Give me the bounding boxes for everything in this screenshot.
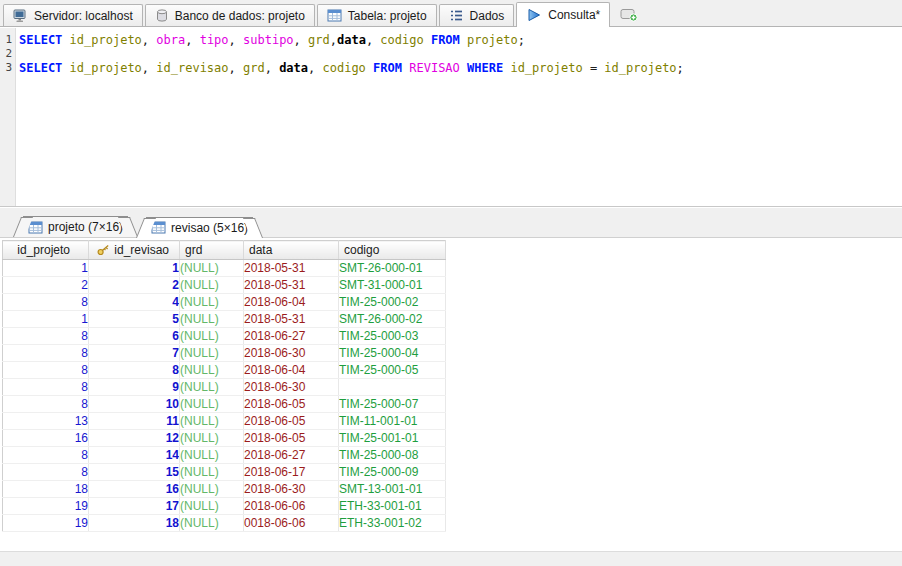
cell-grd[interactable]: (NULL) bbox=[180, 430, 244, 447]
code-line[interactable]: 3SELECT id_projeto, id_revisao, grd, dat… bbox=[0, 61, 902, 75]
column-header-id-revisao[interactable]: id_revisao bbox=[89, 241, 180, 260]
cell-data[interactable]: 2018-06-27 bbox=[244, 328, 339, 345]
column-header-grd[interactable]: grd bbox=[180, 241, 244, 260]
column-header-id-projeto[interactable]: id_projeto bbox=[3, 241, 89, 260]
cell-grd[interactable]: (NULL) bbox=[180, 277, 244, 294]
cell-id_projeto[interactable]: 18 bbox=[3, 481, 89, 498]
cell-id_projeto[interactable]: 8 bbox=[3, 345, 89, 362]
cell-codigo[interactable]: TIM-25-000-02 bbox=[339, 294, 446, 311]
cell-data[interactable]: 2018-06-27 bbox=[244, 447, 339, 464]
cell-grd[interactable]: (NULL) bbox=[180, 447, 244, 464]
cell-codigo[interactable] bbox=[339, 379, 446, 396]
cell-data[interactable]: 2018-06-30 bbox=[244, 481, 339, 498]
table-row[interactable]: 815(NULL)2018-06-17TIM-25-000-09 bbox=[3, 464, 446, 481]
tab-table[interactable]: Tabela: projeto bbox=[317, 4, 437, 26]
column-header-data[interactable]: data bbox=[244, 241, 339, 260]
tab-data[interactable]: Dados bbox=[439, 4, 515, 26]
cell-id_projeto[interactable]: 8 bbox=[3, 447, 89, 464]
cell-id_revisao[interactable]: 12 bbox=[89, 430, 180, 447]
cell-id_revisao[interactable]: 9 bbox=[89, 379, 180, 396]
cell-data[interactable]: 2018-06-30 bbox=[244, 345, 339, 362]
cell-id_revisao[interactable]: 6 bbox=[89, 328, 180, 345]
table-row[interactable]: 22(NULL)2018-05-31SMT-31-000-01 bbox=[3, 277, 446, 294]
cell-id_projeto[interactable]: 16 bbox=[3, 430, 89, 447]
result-tab-projeto[interactable]: projeto (7×16) bbox=[23, 216, 128, 237]
cell-id_projeto[interactable]: 8 bbox=[3, 396, 89, 413]
cell-grd[interactable]: (NULL) bbox=[180, 328, 244, 345]
cell-data[interactable]: 2018-06-05 bbox=[244, 413, 339, 430]
cell-id_revisao[interactable]: 15 bbox=[89, 464, 180, 481]
table-row[interactable]: 89(NULL)2018-06-30 bbox=[3, 379, 446, 396]
cell-grd[interactable]: (NULL) bbox=[180, 413, 244, 430]
cell-data[interactable]: 2018-06-04 bbox=[244, 362, 339, 379]
cell-data[interactable]: 2018-06-06 bbox=[244, 498, 339, 515]
cell-grd[interactable]: (NULL) bbox=[180, 515, 244, 532]
cell-data[interactable]: 0018-06-06 bbox=[244, 515, 339, 532]
table-row[interactable]: 1918(NULL)0018-06-06ETH-33-001-02 bbox=[3, 515, 446, 532]
cell-codigo[interactable]: SMT-26-000-02 bbox=[339, 311, 446, 328]
cell-id_projeto[interactable]: 2 bbox=[3, 277, 89, 294]
cell-grd[interactable]: (NULL) bbox=[180, 345, 244, 362]
cell-data[interactable]: 2018-05-31 bbox=[244, 277, 339, 294]
cell-id_projeto[interactable]: 19 bbox=[3, 498, 89, 515]
sql-editor[interactable]: 1SELECT id_projeto, obra, tipo, subtipo,… bbox=[0, 28, 902, 207]
cell-id_revisao[interactable]: 16 bbox=[89, 481, 180, 498]
cell-grd[interactable]: (NULL) bbox=[180, 464, 244, 481]
cell-id_revisao[interactable]: 18 bbox=[89, 515, 180, 532]
new-query-tab-button[interactable] bbox=[620, 7, 639, 22]
table-row[interactable]: 1612(NULL)2018-06-05TIM-25-001-01 bbox=[3, 430, 446, 447]
cell-id_revisao[interactable]: 4 bbox=[89, 294, 180, 311]
cell-id_revisao[interactable]: 1 bbox=[89, 260, 180, 277]
cell-id_projeto[interactable]: 8 bbox=[3, 362, 89, 379]
cell-codigo[interactable]: SMT-13-001-01 bbox=[339, 481, 446, 498]
cell-codigo[interactable]: TIM-25-000-04 bbox=[339, 345, 446, 362]
table-row[interactable]: 86(NULL)2018-06-27TIM-25-000-03 bbox=[3, 328, 446, 345]
cell-codigo[interactable]: SMT-31-000-01 bbox=[339, 277, 446, 294]
column-header-codigo[interactable]: codigo bbox=[339, 241, 446, 260]
cell-codigo[interactable]: TIM-25-000-08 bbox=[339, 447, 446, 464]
cell-id_projeto[interactable]: 8 bbox=[3, 379, 89, 396]
tab-query[interactable]: Consulta* bbox=[516, 2, 610, 27]
table-row[interactable]: 1311(NULL)2018-06-05TIM-11-001-01 bbox=[3, 413, 446, 430]
cell-grd[interactable]: (NULL) bbox=[180, 498, 244, 515]
table-row[interactable]: 88(NULL)2018-06-04TIM-25-000-05 bbox=[3, 362, 446, 379]
cell-data[interactable]: 2018-05-31 bbox=[244, 260, 339, 277]
cell-id_projeto[interactable]: 8 bbox=[3, 464, 89, 481]
code-line[interactable]: 1SELECT id_projeto, obra, tipo, subtipo,… bbox=[0, 33, 902, 47]
tab-database[interactable]: Banco de dados: projeto bbox=[145, 4, 315, 26]
cell-data[interactable]: 2018-06-30 bbox=[244, 379, 339, 396]
cell-codigo[interactable]: TIM-25-001-01 bbox=[339, 430, 446, 447]
cell-codigo[interactable]: TIM-25-000-07 bbox=[339, 396, 446, 413]
table-row[interactable]: 11(NULL)2018-05-31SMT-26-000-01 bbox=[3, 260, 446, 277]
cell-grd[interactable]: (NULL) bbox=[180, 311, 244, 328]
table-row[interactable]: 1816(NULL)2018-06-30SMT-13-001-01 bbox=[3, 481, 446, 498]
cell-id_revisao[interactable]: 14 bbox=[89, 447, 180, 464]
cell-grd[interactable]: (NULL) bbox=[180, 481, 244, 498]
cell-id_projeto[interactable]: 1 bbox=[3, 260, 89, 277]
tab-server[interactable]: Servidor: localhost bbox=[3, 4, 143, 26]
cell-codigo[interactable]: SMT-26-000-01 bbox=[339, 260, 446, 277]
cell-grd[interactable]: (NULL) bbox=[180, 396, 244, 413]
cell-id_projeto[interactable]: 8 bbox=[3, 328, 89, 345]
cell-codigo[interactable]: TIM-25-000-09 bbox=[339, 464, 446, 481]
cell-codigo[interactable]: ETH-33-001-01 bbox=[339, 498, 446, 515]
table-row[interactable]: 1917(NULL)2018-06-06ETH-33-001-01 bbox=[3, 498, 446, 515]
table-row[interactable]: 87(NULL)2018-06-30TIM-25-000-04 bbox=[3, 345, 446, 362]
cell-id_revisao[interactable]: 2 bbox=[89, 277, 180, 294]
cell-codigo[interactable]: TIM-25-000-05 bbox=[339, 362, 446, 379]
table-row[interactable]: 84(NULL)2018-06-04TIM-25-000-02 bbox=[3, 294, 446, 311]
cell-id_projeto[interactable]: 1 bbox=[3, 311, 89, 328]
table-row[interactable]: 15(NULL)2018-05-31SMT-26-000-02 bbox=[3, 311, 446, 328]
cell-id_projeto[interactable]: 19 bbox=[3, 515, 89, 532]
cell-id_revisao[interactable]: 11 bbox=[89, 413, 180, 430]
sql-code[interactable]: 1SELECT id_projeto, obra, tipo, subtipo,… bbox=[0, 28, 902, 206]
cell-codigo[interactable]: ETH-33-001-02 bbox=[339, 515, 446, 532]
cell-grd[interactable]: (NULL) bbox=[180, 294, 244, 311]
code-line[interactable]: 2 bbox=[0, 47, 902, 61]
editor-results-splitter[interactable] bbox=[0, 208, 902, 215]
cell-data[interactable]: 2018-06-05 bbox=[244, 396, 339, 413]
cell-id_revisao[interactable]: 5 bbox=[89, 311, 180, 328]
cell-data[interactable]: 2018-05-31 bbox=[244, 311, 339, 328]
table-row[interactable]: 810(NULL)2018-06-05TIM-25-000-07 bbox=[3, 396, 446, 413]
cell-id_revisao[interactable]: 7 bbox=[89, 345, 180, 362]
